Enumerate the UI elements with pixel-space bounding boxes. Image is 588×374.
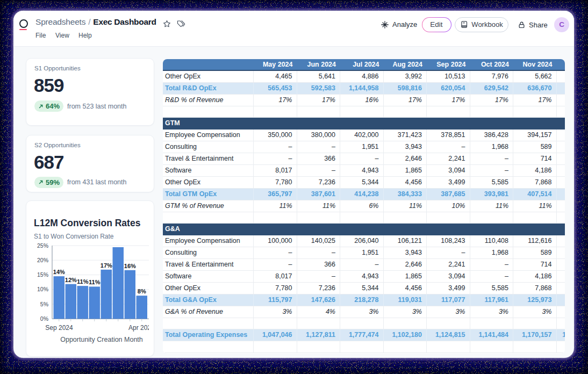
svg-text:14%: 14% — [53, 269, 65, 275]
svg-text:5%: 5% — [40, 301, 48, 307]
svg-text:16%: 16% — [124, 263, 136, 269]
svg-text:25%: 25% — [37, 242, 48, 249]
svg-text:10%: 10% — [37, 286, 48, 292]
svg-text:8%: 8% — [138, 288, 146, 294]
svg-text:11%: 11% — [77, 278, 89, 285]
svg-text:0%: 0% — [40, 315, 48, 322]
svg-text:Apr 2025: Apr 2025 — [128, 324, 149, 332]
svg-text:12%: 12% — [65, 277, 77, 283]
svg-text:17%: 17% — [101, 262, 112, 269]
svg-text:Sep 2024: Sep 2024 — [45, 324, 73, 332]
svg-text:20%: 20% — [37, 257, 48, 263]
svg-text:11%: 11% — [89, 279, 101, 285]
svg-text:Opportunity Creation Month: Opportunity Creation Month — [60, 336, 143, 343]
svg-text:15%: 15% — [37, 271, 48, 278]
